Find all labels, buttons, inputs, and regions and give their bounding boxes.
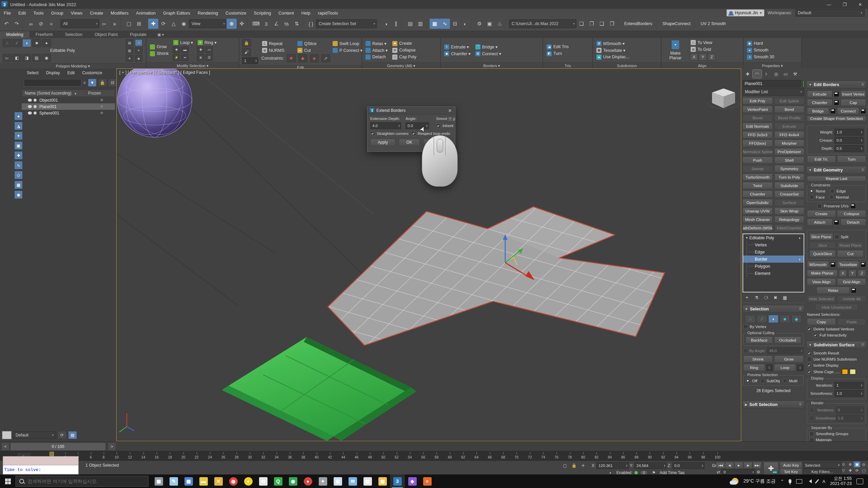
display-bones-icon[interactable]: ◉ [14,190,23,199]
modify-tab-icon[interactable]: ◠ [753,70,762,78]
modifier-button[interactable]: Shell [774,157,805,164]
tessellate-button[interactable]: ▩Tessellate ▾ [596,47,630,53]
frozen-toggle-icon[interactable]: ✥ [88,111,115,115]
percent-snap-icon[interactable]: % [281,19,292,29]
lock-selection-icon[interactable]: ✛ [126,55,133,62]
project-folder-select[interactable]: C:\Users\JI...ds Max 2022 [509,19,576,28]
utorrent-icon[interactable]: ≈ [420,474,435,488]
backface-button[interactable]: Backface [746,337,773,344]
full-interactivity-checkbox[interactable]: ✔Full Interactivity [807,333,866,338]
next-frame-button[interactable]: |▶ [744,462,752,469]
explorer-mode-icon[interactable] [2,431,12,439]
unlink-selection-icon[interactable]: ⊘ [36,19,46,29]
zoom-region-icon[interactable]: ◎ [861,462,867,467]
x-coordinate-field[interactable]: 120.361▲▼ [596,462,629,469]
bridge-settings-icon[interactable] [830,108,836,114]
state-set-link-icon[interactable]: ❑ [597,19,607,29]
reset-plane-button[interactable]: Reset Plane [837,242,864,249]
dialog-close-icon[interactable]: ✕ [447,108,453,113]
absolute-mode-transform-icon[interactable]: ✛ [579,462,587,469]
use-nurms-checkbox[interactable]: Use NURMS Subdivision [807,357,866,362]
insert-vertex-button[interactable]: Insert Vertex [841,90,866,98]
connect-button[interactable]: Connect [837,107,859,115]
hidden-icons-chevron[interactable]: ⌃ [780,479,784,484]
by-vertex-checkbox[interactable]: By Vertex [743,324,804,329]
modifier-button[interactable]: FFD 4x4x4 [774,131,805,138]
microphone-icon[interactable] [789,479,791,483]
ribbon-edge-icon[interactable]: ∕ [13,39,21,47]
display-lights-icon[interactable]: ✦ [14,131,23,140]
enabled-status-dot[interactable] [634,471,638,474]
menu-item[interactable]: Graph Editors [159,9,194,17]
explorer-refresh-icon[interactable]: ⟳ [58,431,66,439]
toolbar-icon[interactable] [618,19,620,28]
explorer-preset-select[interactable]: Default▾ [13,431,56,439]
ribbon-tab[interactable]: Object Paint [88,31,124,38]
planar-x-button[interactable]: X [839,269,847,277]
screen-record-icon[interactable]: ● [300,474,315,488]
explorer-menu-item[interactable]: Select [24,70,42,76]
rectangular-selection-icon[interactable]: ▢ [124,19,134,29]
selection-rollout-header[interactable]: ▼Selection⠿ [743,305,804,313]
extension-depth-field[interactable]: 4.0▲▼ [370,122,401,129]
undo-icon[interactable]: ↶ [1,19,12,29]
modifier-button[interactable]: Skin Wrap [774,207,805,215]
toolbar-icon[interactable] [22,19,25,28]
select-and-scale-icon[interactable]: △ [169,19,179,29]
field-of-view-icon[interactable]: ▽ [840,468,847,473]
panel-label[interactable]: Properties ▾ [744,62,801,68]
connect-settings-icon[interactable] [861,108,866,114]
pm-box2-icon[interactable]: ◨ [22,54,31,62]
display-shapes-icon[interactable]: ◮ [14,122,23,130]
display-iterations-field[interactable]: 1▲▼ [834,382,864,389]
msmooth-button[interactable]: ⊞MSmooth ▾ [596,41,630,46]
modifier-button[interactable]: Edit Poly [743,97,773,104]
modifier-button[interactable]: Extrude [774,123,805,130]
display-groups-icon[interactable]: ◇ [14,171,23,179]
edit-named-selection-sets-icon[interactable]: { } [306,19,316,29]
depth-field[interactable]: 0.5▲▼ [834,145,864,152]
auto-key-button[interactable]: Auto Key [780,462,802,468]
constraint-edge-radio[interactable]: Edge [830,189,846,194]
measure-icon[interactable]: ◈ [135,55,142,62]
scene-object-row[interactable]: Plane001 ✥ [22,103,115,110]
align-icon[interactable]: ∥ [391,19,401,29]
isoline-display-checkbox[interactable]: ✔Isoline Display [807,363,866,368]
render-setup-icon[interactable]: ⚙ [474,19,485,29]
notification-center-icon[interactable] [856,479,863,484]
pm-stack-icon[interactable]: ▤ [32,54,41,62]
cage-selected-color-swatch[interactable] [850,369,856,374]
smooth-button[interactable]: ◕Smooth [746,47,775,53]
menu-item[interactable]: rapidTools [314,9,341,17]
create-button[interactable]: ★Create [392,41,417,46]
ribbon-tab[interactable]: Populate [124,31,153,38]
soft-selection-rollout-header[interactable]: ▶Soft Selection⠿ [743,401,804,408]
relax-button[interactable]: Relax [816,287,850,294]
utilities-tab-icon[interactable]: ⚒ [791,70,800,78]
stack-subobject-row[interactable]: Vertex [743,241,804,248]
make-unique-icon[interactable]: ❍ [762,294,770,301]
scene-object-row[interactable]: Object001 ✥ [22,97,115,103]
grow-button[interactable]: Grow [149,44,169,50]
align-z-button[interactable]: Z [708,53,716,61]
by-angle-checkbox[interactable] [743,348,748,353]
edit-borders-rollout-header[interactable]: ▼Edit Borders⠿ [806,81,867,88]
planar-y-button[interactable]: Y [848,269,856,277]
attach-button[interactable]: Attach [807,219,832,226]
render-production-icon[interactable]: ♨ [495,19,505,29]
network-icon[interactable] [796,479,802,484]
panel-label[interactable]: Align [662,62,743,68]
grow-button[interactable]: Grow [774,355,804,363]
cage-color-swatch[interactable] [842,369,848,374]
z-coordinate-field[interactable]: 0.0▲▼ [672,462,705,469]
named-selection-sets-select[interactable]: Create Selection Set [316,19,377,28]
calculator-icon[interactable]: ▦ [181,474,196,488]
toolbar-icon[interactable] [426,19,429,28]
rendered-frame-window-icon[interactable]: ▣ [485,19,495,29]
extrude-button[interactable]: ⇧Extrude ▾ [443,44,471,50]
preserve-uvs-ribbon-icon[interactable]: 🔒 [242,39,251,47]
modifier-button[interactable]: Symmetry [774,165,805,172]
stack-subobject-row[interactable]: Border◗ [743,256,804,263]
selection-filter-select[interactable]: All [60,19,99,28]
set-keys-button[interactable]: ✚ [764,462,778,475]
